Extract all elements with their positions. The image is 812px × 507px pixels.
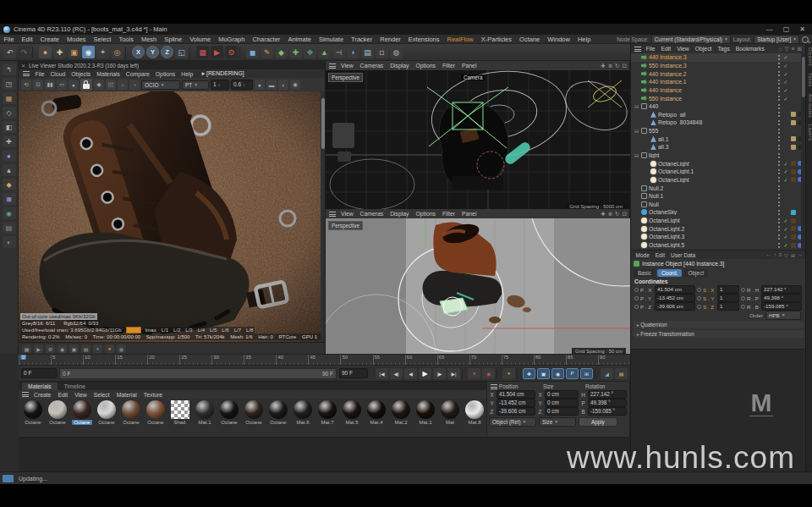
keyframe-dot[interactable] bbox=[697, 296, 701, 300]
transport-button[interactable]: ✚ bbox=[523, 368, 535, 379]
viewer-footer-icon[interactable]: ▤ bbox=[81, 344, 91, 353]
menu-item[interactable]: Cameras bbox=[357, 63, 387, 69]
toolbar-icon[interactable]: ✎ bbox=[261, 46, 273, 58]
mode-icon[interactable]: ◆ bbox=[3, 179, 16, 190]
menu-item[interactable]: View bbox=[337, 63, 357, 69]
material-swatch[interactable]: Mat.1 bbox=[193, 400, 217, 425]
collapsed-section[interactable]: Quaternion bbox=[634, 321, 804, 328]
menu-item[interactable]: Select bbox=[91, 392, 113, 398]
texture-tag[interactable] bbox=[791, 234, 796, 240]
keyframe-dot[interactable] bbox=[741, 305, 745, 309]
viewer-tool-icon[interactable]: ⊡ bbox=[33, 80, 43, 90]
transport-button[interactable]: ● bbox=[468, 368, 480, 379]
live-viewer-tab[interactable]: ✕ Live Viewer Studio 2020.2.3-R3 (160 da… bbox=[19, 61, 325, 69]
toolbar-icon[interactable]: ◉ bbox=[82, 46, 95, 58]
visibility-dots[interactable] bbox=[777, 234, 781, 240]
texture-tag[interactable] bbox=[791, 129, 796, 134]
toolbar-icon[interactable] bbox=[32, 47, 37, 58]
menu-item[interactable]: Mesh bbox=[137, 36, 160, 43]
menu-item[interactable]: Edit bbox=[54, 392, 71, 398]
transport-button[interactable]: P bbox=[566, 368, 579, 379]
hamburger-icon[interactable] bbox=[491, 384, 497, 389]
coord-value-field[interactable]: 227.142 ° bbox=[761, 285, 802, 294]
menu-item[interactable]: Display bbox=[387, 63, 412, 69]
attribute-nav-icon[interactable]: → bbox=[798, 252, 803, 258]
viewer-scrollbar[interactable] bbox=[321, 91, 325, 342]
size-select[interactable]: Size bbox=[539, 417, 576, 427]
search-icon[interactable] bbox=[802, 36, 809, 43]
menu-item[interactable]: View bbox=[337, 211, 357, 217]
dock-tab[interactable]: Attributes bbox=[806, 91, 812, 121]
coord-value-field[interactable]: -159.085 ° bbox=[761, 302, 802, 311]
viewer-tool-icon[interactable]: ◆ bbox=[94, 80, 104, 90]
viewer-tool-icon[interactable]: ▯▯ bbox=[106, 80, 116, 90]
object-row[interactable]: OctaneLight ✓ bbox=[631, 217, 805, 225]
coord-value-field[interactable]: 1 bbox=[717, 294, 739, 302]
toolbar-icon[interactable]: ◼ bbox=[246, 46, 259, 58]
keyframe-dot[interactable] bbox=[741, 296, 745, 300]
visibility-dots[interactable] bbox=[777, 176, 781, 183]
manager-tool-icon[interactable]: ⊞ bbox=[798, 46, 802, 52]
menu-item[interactable]: File bbox=[32, 71, 47, 77]
toolbar-icon[interactable]: ✚ bbox=[289, 46, 302, 58]
transport-button[interactable]: |▶ bbox=[433, 368, 446, 379]
transport-button[interactable]: ⊞ bbox=[580, 368, 593, 379]
texture-tag[interactable] bbox=[791, 243, 796, 248]
menu-item[interactable]: Character bbox=[249, 36, 284, 43]
mode-icon[interactable]: ▤ bbox=[3, 222, 16, 234]
menu-item[interactable]: Panel bbox=[458, 63, 480, 69]
visibility-dots[interactable] bbox=[777, 144, 781, 151]
object-row[interactable]: Retopo_8034848 bbox=[631, 118, 805, 127]
visibility-dots[interactable] bbox=[777, 168, 781, 175]
mode-icon[interactable]: ◇ bbox=[3, 107, 16, 118]
menu-item[interactable]: Panel bbox=[458, 211, 480, 217]
object-row[interactable]: OctaneLight.5 ✓ bbox=[631, 241, 805, 250]
object-row[interactable]: OctaneLight ✓ bbox=[631, 176, 805, 185]
coord-value-field[interactable]: -13.452 cm bbox=[655, 294, 695, 302]
viewer-footer-icon[interactable]: ◼ bbox=[117, 344, 126, 353]
menu-item[interactable]: Bookmarks bbox=[732, 46, 767, 52]
rotation-field[interactable]: -159.085 ° bbox=[588, 407, 627, 416]
texture-tag[interactable] bbox=[791, 120, 796, 125]
toolbar-icon[interactable]: Z bbox=[161, 46, 173, 58]
menu-item[interactable]: Cloud bbox=[47, 71, 69, 77]
size-field[interactable]: 0 cm bbox=[545, 399, 579, 407]
toolbar-icon[interactable]: ▶ bbox=[211, 46, 223, 58]
samples-field[interactable]: 1 bbox=[211, 80, 229, 90]
menu-item[interactable]: Mode bbox=[633, 252, 652, 258]
mode-icon[interactable]: ◳ bbox=[3, 78, 16, 90]
attribute-nav-icon[interactable]: ≡ bbox=[779, 252, 782, 258]
texture-tag[interactable] bbox=[791, 71, 796, 76]
position-field[interactable]: -39.606 cm bbox=[497, 407, 535, 416]
object-row[interactable]: OctaneSky bbox=[631, 208, 805, 217]
menu-item[interactable]: RealFlow bbox=[443, 36, 477, 43]
material-swatch[interactable]: Mat.1 bbox=[414, 400, 437, 425]
menu-item[interactable]: Select bbox=[90, 36, 115, 43]
keyframe-dot[interactable] bbox=[634, 305, 639, 309]
transport-button[interactable]: |◀ bbox=[376, 368, 388, 379]
texture-tag[interactable] bbox=[791, 201, 796, 207]
object-row[interactable]: Null bbox=[631, 201, 805, 209]
size-field[interactable]: 0 cm bbox=[545, 390, 579, 399]
enable-check[interactable]: ✓ bbox=[782, 63, 789, 69]
transport-button[interactable]: ◢ bbox=[601, 368, 613, 379]
expand-icon[interactable]: ⊟ bbox=[634, 128, 639, 134]
viewer-tool-icon[interactable]: ⟲ bbox=[21, 80, 31, 90]
enable-check[interactable]: ✓ bbox=[782, 71, 789, 77]
attribute-nav-icon[interactable]: ⊞ bbox=[791, 252, 795, 258]
enable-check[interactable]: ✓ bbox=[782, 54, 789, 60]
texture-tag[interactable] bbox=[791, 194, 796, 199]
object-row[interactable]: Retopo_all bbox=[631, 110, 805, 118]
viewer-tool-icon[interactable]: ○ bbox=[118, 80, 128, 90]
keyframe-dot[interactable] bbox=[741, 288, 745, 292]
node-space-select[interactable]: Current (Standard/Physical) bbox=[651, 35, 731, 44]
hamburger-icon[interactable] bbox=[23, 71, 30, 76]
enable-check[interactable]: ✓ bbox=[782, 177, 789, 183]
material-swatch[interactable]: Octane bbox=[266, 400, 290, 425]
material-swatch[interactable]: Octane bbox=[144, 400, 167, 425]
view-nav-icon[interactable]: ✚ bbox=[601, 211, 605, 218]
texture-tag[interactable] bbox=[791, 218, 796, 223]
visibility-dots[interactable] bbox=[777, 54, 781, 61]
rotation-field[interactable]: 49.398 ° bbox=[588, 399, 627, 407]
hamburger-icon[interactable] bbox=[329, 212, 336, 217]
